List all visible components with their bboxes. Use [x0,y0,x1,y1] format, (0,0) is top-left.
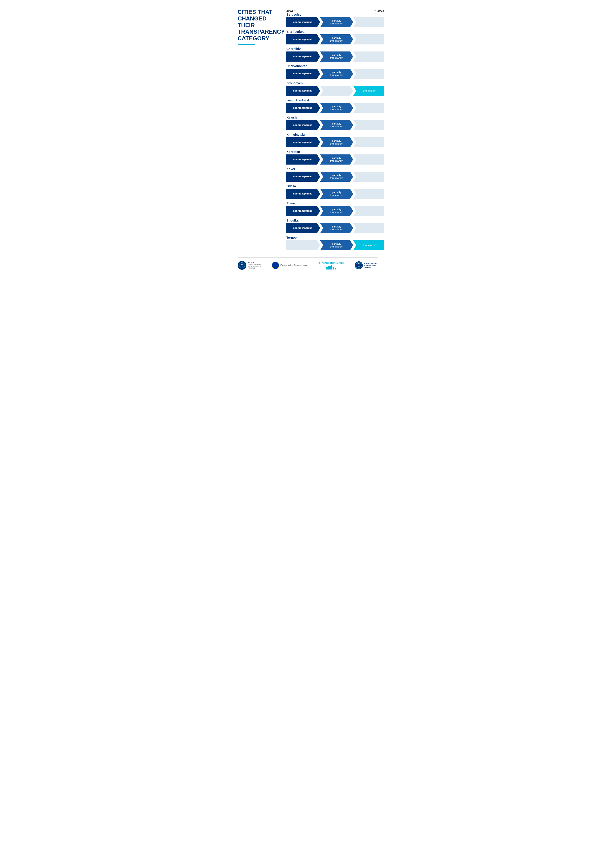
progress-segment: partially transparent [320,154,353,165]
city-name: Drohobych [286,81,384,85]
progress-segment: non-transparent [286,103,320,113]
eu-funded-logo: Funded by the European Union [272,262,308,269]
progress-segment [353,154,384,165]
transparent-cities-label: #TransparentCities [319,261,344,270]
svg-text:🌐: 🌐 [242,265,242,267]
ti-logo: TI UA TRANSPARENCY INTERNATIONAL UKRAINE [355,261,378,269]
title-underline [238,44,255,45]
progress-segment [353,206,384,216]
city-entry: Berdychivnon-transparentpartially transp… [286,13,384,27]
arrow-start-icon: → [294,9,297,12]
progress-segment [353,103,384,113]
city-name: Odesa [286,185,384,188]
progress-segment: non-transparent [286,223,320,233]
main-title: CITIES THAT CHANGED THEIR TRANSPARENCY C… [238,9,282,41]
title-block: CITIES THAT CHANGED THEIR TRANSPARENCY C… [238,9,282,45]
city-entry: Khmelnytskyinon-transparentpartially tra… [286,133,384,147]
city-name: Rivne [286,201,384,205]
progress-segment [353,137,384,147]
eu-funded-text: Funded by the European Union [281,264,308,267]
progress-segment: partially transparent [320,137,353,147]
progress-segment [286,240,320,250]
ti-circle-icon: TI UA [355,261,363,269]
progress-segment: partially transparent [320,223,353,233]
city-entry: Kovelnon-transparentpartially transparen… [286,167,384,182]
progress-segment [353,17,384,27]
eu-stars-icon [272,262,279,269]
svg-rect-20 [335,268,336,270]
progress-segment: partially transparent [320,52,353,62]
city-entry: Drohobychnon-transparenttransparent [286,81,384,96]
progress-row: non-transparentpartially transparent [286,154,384,165]
city-name: Berdychiv [286,13,384,16]
svg-text:TI: TI [358,263,360,265]
progress-segment: non-transparent [286,120,320,130]
city-entry: Odesanon-transparentpartially transparen… [286,185,384,199]
progress-row: non-transparentpartially transparent [286,206,384,216]
svg-rect-21 [331,265,332,266]
city-name: Bila Tserkva [286,30,384,34]
city-name: Khmelnytskyi [286,133,384,136]
progress-segment: partially transparent [320,206,353,216]
progress-segment: non-transparent [286,52,320,62]
progress-row: non-transparentpartially transparent [286,69,384,79]
progress-segment [353,69,384,79]
svg-text:EU: EU [241,264,243,265]
city-name: Korosten [286,150,384,154]
progress-segment: non-transparent [286,69,320,79]
city-skyline-icon [326,265,337,270]
progress-segment: non-transparent [286,206,320,216]
progress-segment: non-transparent [286,172,320,182]
progress-segment: transparent [353,240,384,250]
city-entry: Rivnenon-transparentpartially transparen… [286,201,384,216]
progress-segment: partially transparent [320,189,353,199]
progress-row: non-transparenttransparent [286,86,384,96]
progress-segment: non-transparent [286,17,320,27]
city-entry: Korostennon-transparentpartially transpa… [286,150,384,165]
arrow-end-icon: → [374,9,377,12]
progress-row: non-transparentpartially transparent [286,189,384,199]
progress-segment: partially transparent [320,34,353,44]
progress-row: non-transparentpartially transparent [286,52,384,62]
euaci-subtext: EUROPEAN UNIONANTI-CORRUPTIONINITIATIVE [248,264,261,269]
progress-segment: non-transparent [286,154,320,165]
svg-point-3 [272,262,279,269]
city-name: Kalush [286,116,384,119]
progress-segment [353,34,384,44]
progress-segment [353,189,384,199]
progress-segment: partially transparent [320,240,353,250]
progress-row: partially transparenttransparent [286,240,384,250]
city-entry: Kalushnon-transparentpartially transpare… [286,116,384,130]
progress-row: non-transparentpartially transparent [286,120,384,130]
progress-segment: partially transparent [320,172,353,182]
city-entry: Bila Tserkvanon-transparentpartially tra… [286,30,384,44]
year-start-label: 2022 [287,9,293,12]
progress-segment [353,120,384,130]
ti-text: TRANSPARENCY INTERNATIONAL UKRAINE [364,262,378,268]
transparent-cities-text: #TransparentCities [319,261,344,264]
progress-segment [353,172,384,182]
cities-list: Berdychivnon-transparentpartially transp… [286,13,384,250]
city-name: Chernihiv [286,47,384,50]
progress-segment: non-transparent [286,86,320,96]
progress-row: non-transparentpartially transparent [286,137,384,147]
svg-rect-18 [330,266,332,270]
progress-segment: partially transparent [320,103,353,113]
progress-segment [353,52,384,62]
footer: EU 🌐 EUACI EUROPEAN UNIONANTI-CORRUPTION… [238,258,378,270]
svg-rect-17 [328,267,330,270]
progress-row: non-transparentpartially transparent [286,34,384,44]
progress-segment [320,86,353,96]
top-section: CITIES THAT CHANGED THEIR TRANSPARENCY C… [238,9,378,253]
progress-row: non-transparentpartially transparent [286,17,384,27]
svg-text:UA: UA [358,265,360,267]
city-name: Kovel [286,167,384,171]
svg-rect-19 [333,267,334,270]
svg-rect-16 [326,267,328,270]
euaci-text: EUACI [248,262,261,264]
city-name: Ternopil [286,236,384,239]
svg-point-0 [239,262,245,268]
euaci-circle-icon: EU 🌐 [238,261,246,270]
progress-segment: partially transparent [320,120,353,130]
progress-row: non-transparentpartially transparent [286,103,384,113]
